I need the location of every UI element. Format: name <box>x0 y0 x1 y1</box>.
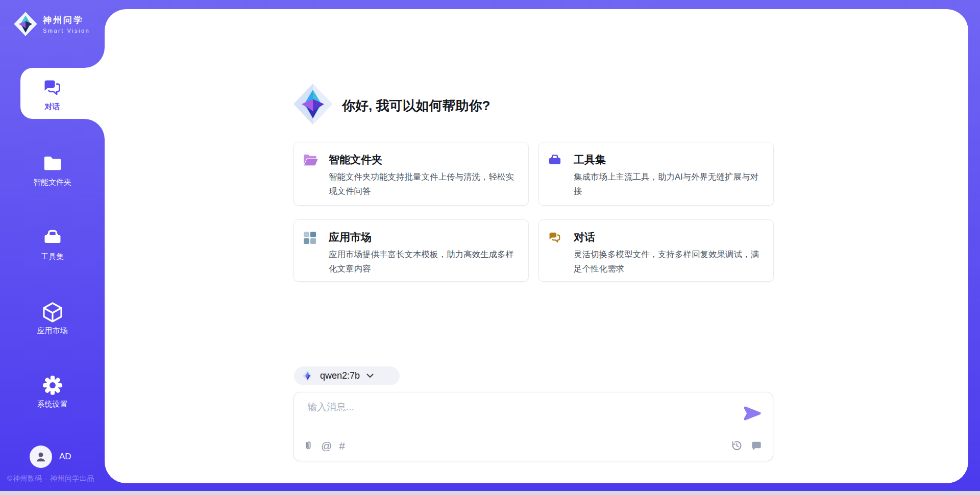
model-gem-icon <box>302 370 313 382</box>
sidebar-item-toolset[interactable]: 工具集 <box>0 227 105 262</box>
card-description: 智能文件夹功能支持批量文件上传与清洗，轻松实现文件问答 <box>329 169 515 198</box>
card-chat[interactable]: 对话 灵活切换多模型文件，支持多样回复效果调试，满足个性化需求 <box>538 219 774 282</box>
card-description: 应用市场提供丰富长文本模板，助力高效生成多样化文章内容 <box>329 247 515 276</box>
card-title: 对话 <box>574 230 595 244</box>
composer-tools-right <box>731 440 763 452</box>
chat-icon <box>548 231 562 246</box>
attach-file-button[interactable] <box>303 440 314 452</box>
chat-icon <box>0 77 105 99</box>
mention-button[interactable]: @ <box>321 440 332 452</box>
avatar <box>30 445 52 468</box>
card-title: 工具集 <box>574 153 606 167</box>
message-input[interactable] <box>307 399 736 416</box>
paperclip-icon <box>303 440 314 452</box>
chat-bubble-button[interactable] <box>750 440 763 452</box>
card-description: 灵活切换多模型文件，支持多样回复效果调试，满足个性化需求 <box>574 247 760 276</box>
history-icon <box>731 440 743 452</box>
sidebar-item-label: 应用市场 <box>0 326 105 336</box>
sidebar-item-app-market[interactable]: 应用市场 <box>0 301 105 336</box>
card-smart-folder[interactable]: 智能文件夹 智能文件夹功能支持批量文件上传与清洗，轻松实现文件问答 <box>293 142 529 206</box>
tab-curve-top <box>84 47 105 68</box>
sidebar-item-label: 工具集 <box>0 252 105 262</box>
user-profile[interactable]: AD <box>30 445 71 468</box>
feature-cards: 智能文件夹 智能文件夹功能支持批量文件上传与清洗，轻松实现文件问答 工具集 集成… <box>293 142 774 282</box>
composer-divider <box>294 434 773 434</box>
sidebar-item-label: 系统设置 <box>0 400 105 409</box>
person-icon <box>34 450 47 463</box>
grid-icon <box>303 231 317 247</box>
hero-gem-icon <box>292 83 334 128</box>
card-description: 集成市场上主流工具，助力AI与外界无缝扩展与对接 <box>574 169 760 198</box>
tab-curve-bottom <box>84 119 105 139</box>
composer-tools-left: @ # <box>303 440 345 452</box>
sidebar-item-label: 智能文件夹 <box>0 178 105 187</box>
window-bottom-edge <box>0 491 980 495</box>
send-icon <box>743 406 762 421</box>
app-window: 神州问学 Smart Vision 对话 智能文件夹 <box>0 0 980 495</box>
sidebar-item-chat[interactable]: 对话 <box>0 77 105 112</box>
greeting-heading: 你好, 我可以如何帮助你? <box>342 97 490 115</box>
cube-icon <box>0 301 105 324</box>
model-selector[interactable]: qwen2:7b <box>294 366 400 385</box>
sidebar-item-smart-folder[interactable]: 智能文件夹 <box>0 152 105 187</box>
folder-open-icon <box>303 153 318 169</box>
chevron-down-icon <box>366 374 374 378</box>
gear-icon <box>0 374 105 397</box>
chat-bubble-icon <box>750 440 763 452</box>
profile-name: AD <box>59 452 71 462</box>
brand: 神州问学 Smart Vision <box>13 11 90 37</box>
history-button[interactable] <box>731 440 743 452</box>
brand-subtitle: Smart Vision <box>43 28 90 34</box>
brand-name: 神州问学 <box>43 14 90 26</box>
model-name: qwen2:7b <box>320 370 360 381</box>
card-toolset[interactable]: 工具集 集成市场上主流工具，助力AI与外界无缝扩展与对接 <box>538 142 774 206</box>
card-app-market[interactable]: 应用市场 应用市场提供丰富长文本模板，助力高效生成多样化文章内容 <box>293 219 529 282</box>
sidebar-item-label: 对话 <box>0 102 105 112</box>
copyright-text: ©神州数码 · 神州问学出品 <box>7 474 94 483</box>
send-button[interactable] <box>743 406 762 421</box>
folder-icon <box>0 152 105 175</box>
toolbox-icon <box>548 153 562 169</box>
toolbox-icon <box>0 227 105 249</box>
sidebar-item-settings[interactable]: 系统设置 <box>0 374 105 409</box>
brand-gem-icon <box>13 11 38 37</box>
card-title: 应用市场 <box>329 230 372 244</box>
card-title: 智能文件夹 <box>329 153 382 167</box>
hashtag-button[interactable]: # <box>339 440 345 452</box>
message-composer: @ # <box>293 392 773 461</box>
